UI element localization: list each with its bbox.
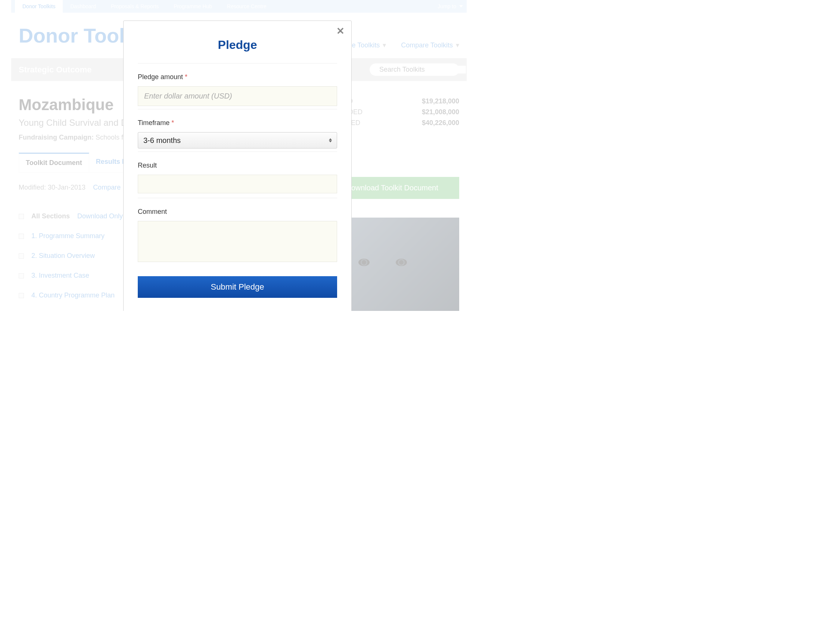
search-wrap (369, 63, 459, 76)
nav-dashboard[interactable]: Dashboard (63, 0, 103, 13)
compare-toolkits-link[interactable]: Compare Toolkits ▾ (401, 41, 459, 49)
checkbox[interactable] (19, 273, 24, 278)
modal-title: Pledge (138, 38, 337, 52)
close-icon[interactable]: ✕ (336, 26, 344, 36)
section-link[interactable]: 3. Investment Case (32, 272, 89, 279)
comment-input[interactable] (138, 221, 337, 262)
jump-to-dropdown[interactable]: Jump to (437, 3, 463, 9)
checkbox[interactable] (19, 234, 24, 239)
modified-date: Modified: 30-Jan-2013 (19, 184, 85, 191)
checkbox-all[interactable] (19, 214, 24, 219)
result-label: Result (138, 162, 337, 169)
compare-link[interactable]: Compare (93, 184, 121, 191)
section-link[interactable]: 4. Country Programme Plan (32, 292, 115, 299)
chevron-down-icon (459, 5, 463, 8)
section-link[interactable]: 2. Situation Overview (32, 252, 95, 260)
all-sections-label: All Sections (32, 212, 70, 220)
page-actions: Browse Toolkits ▾ Compare Toolkits ▾ (333, 41, 459, 49)
pledge-modal: ✕ Pledge Pledge amount * Timeframe * 3-6… (123, 21, 352, 311)
section-link[interactable]: 1. Programme Summary (32, 232, 104, 240)
submit-pledge-button[interactable]: Submit Pledge (138, 276, 337, 298)
result-input[interactable] (138, 175, 337, 193)
strategic-outcome-dropdown[interactable]: Strategic Outcome (19, 65, 92, 75)
timeframe-label: Timeframe * (138, 119, 337, 127)
pledge-amount-label: Pledge amount * (138, 73, 337, 81)
pledge-amount-input[interactable] (138, 86, 337, 106)
comment-label: Comment (138, 208, 337, 216)
top-nav: Donor Toolkits Dashboard Proposals & Rep… (11, 0, 467, 13)
timeframe-select[interactable]: 3-6 months (138, 132, 337, 148)
tab-toolkit-document[interactable]: Toolkit Document (19, 153, 89, 172)
search-input[interactable] (379, 66, 466, 74)
nav-resource-centre[interactable]: Resource Centre (219, 0, 274, 13)
nav-programme-hub[interactable]: Programme Hub (166, 0, 219, 13)
checkbox[interactable] (19, 253, 24, 259)
nav-proposals[interactable]: Proposals & Reports (103, 0, 166, 13)
checkbox[interactable] (19, 293, 24, 298)
nav-donor-toolkits[interactable]: Donor Toolkits (15, 0, 63, 13)
